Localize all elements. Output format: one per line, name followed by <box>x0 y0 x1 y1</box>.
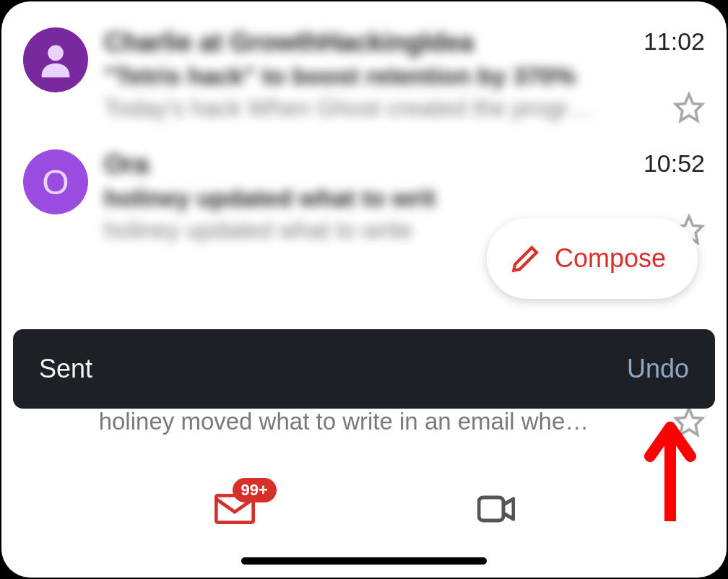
email-time: 11:02 <box>644 27 705 56</box>
svg-point-0 <box>48 45 64 61</box>
avatar-letter: O <box>42 162 69 202</box>
avatar: O <box>23 149 88 214</box>
email-meta: 11:02 <box>618 27 705 123</box>
email-body: Charlie at GrowthHackingIdea "Tetris hac… <box>104 27 602 122</box>
unread-badge: 99+ <box>233 478 277 502</box>
star-icon[interactable] <box>673 92 705 123</box>
app-screen: Charlie at GrowthHackingIdea "Tetris hac… <box>1 1 727 578</box>
person-icon <box>35 39 77 81</box>
avatar <box>23 27 88 92</box>
svg-marker-1 <box>676 95 703 121</box>
email-subject: holiney updated what to writ <box>104 184 602 212</box>
email-subject: "Tetris hack" to boost retention by 370% <box>104 62 602 90</box>
tab-mail[interactable]: 99+ <box>214 494 256 524</box>
email-row[interactable]: Charlie at GrowthHackingIdea "Tetris hac… <box>1 16 727 138</box>
svg-marker-3 <box>676 409 703 435</box>
bottom-nav: 99+ <box>1 469 727 549</box>
tab-meet[interactable] <box>477 494 515 524</box>
pencil-icon <box>511 244 540 273</box>
svg-rect-4 <box>479 497 503 521</box>
compose-label: Compose <box>555 243 666 274</box>
email-sender: Ora <box>104 149 602 180</box>
email-sender: Charlie at GrowthHackingIdea <box>104 27 602 58</box>
star-icon[interactable] <box>673 406 705 437</box>
toast-message: Sent <box>39 354 92 384</box>
email-time: 10:52 <box>644 149 705 178</box>
toast-snackbar: Sent Undo <box>13 329 715 409</box>
email-preview: holiney moved what to write in an email … <box>23 408 664 435</box>
email-row-partial[interactable]: holiney moved what to write in an email … <box>23 406 705 437</box>
compose-button[interactable]: Compose <box>487 218 698 299</box>
undo-button[interactable]: Undo <box>627 354 689 384</box>
camera-icon <box>477 494 515 524</box>
home-indicator[interactable] <box>241 557 487 565</box>
email-preview: Today's hack When Ghost created the prog… <box>104 95 602 122</box>
